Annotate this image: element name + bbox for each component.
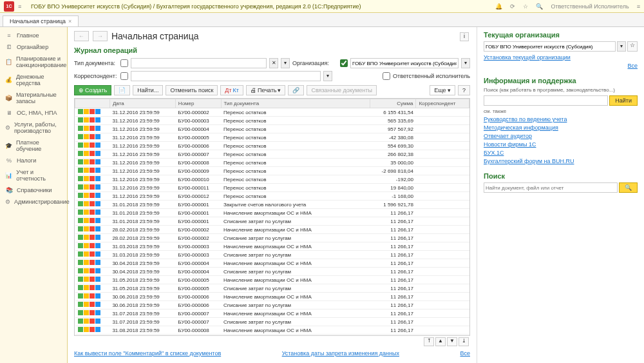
sidebar-item[interactable]: 🎓Платное обучение: [0, 137, 67, 155]
sidebar-item[interactable]: 🖥ОС, НМА, НПА: [0, 107, 67, 119]
link-button[interactable]: 🔗: [288, 85, 304, 95]
table-row[interactable]: 31.05.2018 23:59:59БУ00-000005Начисление…: [75, 276, 469, 284]
support-link[interactable]: Методическая информация: [484, 124, 638, 131]
search-icon[interactable]: 🔍: [536, 3, 543, 10]
close-icon[interactable]: ×: [68, 18, 71, 25]
star-icon[interactable]: ☆: [627, 41, 638, 52]
bell-icon[interactable]: 🔔: [495, 3, 502, 10]
cancel-find-button[interactable]: Отменить поиск: [166, 85, 218, 95]
column-header[interactable]: Номер: [175, 99, 221, 108]
set-org-link[interactable]: Установка текущей организации: [484, 54, 638, 61]
org-check[interactable]: [340, 59, 348, 67]
sidebar-item[interactable]: %Налоги: [0, 155, 67, 166]
sidebar-item[interactable]: 📊Учет и отчетность: [0, 166, 67, 184]
org-input[interactable]: [350, 58, 459, 68]
corr-input[interactable]: [131, 71, 321, 81]
sidebar-item[interactable]: 📚Справочники: [0, 184, 67, 196]
dropdown-icon[interactable]: ▾: [323, 71, 332, 81]
table-row[interactable]: 31.12.2016 23:59:59БУ00-000008Перенос ос…: [75, 159, 469, 167]
table-row[interactable]: 31.08.2018 23:59:59БУ00-000008Начисление…: [75, 326, 469, 335]
create-button[interactable]: ⊕ Создать: [74, 85, 111, 95]
table-row[interactable]: 28.02.2018 23:59:59БУ00-000002Начисление…: [75, 226, 469, 234]
support-link[interactable]: Бухгалтерский форум на BUH.RU: [484, 158, 638, 164]
table-row[interactable]: 31.12.2016 23:59:59БУ00-000009Перенос ос…: [75, 167, 469, 175]
scroll-up[interactable]: ▲: [435, 337, 446, 346]
search-icon[interactable]: 🔍: [619, 182, 638, 193]
nav-fwd[interactable]: →: [93, 31, 108, 41]
table-row[interactable]: 31.05.2018 23:59:59БУ00-000005Списание з…: [75, 284, 469, 293]
table-row[interactable]: 31.12.2016 23:59:59БУ00-000006Перенос ос…: [75, 142, 469, 150]
doctype-check[interactable]: [120, 59, 128, 67]
table-row[interactable]: 31.07.2018 23:59:59БУ00-000007Списание з…: [75, 318, 469, 326]
table-row[interactable]: 31.12.2016 23:59:59БУ00-000003Перенос ос…: [75, 117, 469, 125]
table-row[interactable]: 31.12.2016 23:59:59БУ00-000012Перенос ос…: [75, 192, 469, 201]
dt-button[interactable]: ДтКт: [220, 85, 243, 95]
info-button[interactable]: i: [460, 32, 469, 41]
help-button[interactable]: ?: [458, 85, 470, 95]
copy-button[interactable]: 📄: [114, 85, 130, 95]
table-row[interactable]: 30.04.2018 23:59:59БУ00-000004Начисление…: [75, 259, 469, 268]
dropdown-icon[interactable]: ▾: [281, 58, 290, 68]
support-link[interactable]: Новости фирмы 1С: [484, 141, 638, 148]
find-button[interactable]: Найти...: [133, 85, 163, 95]
support-link[interactable]: Руководство по ведению учета: [484, 116, 638, 123]
table-row[interactable]: 31.12.2016 23:59:59БУ00-000004Перенос ос…: [75, 125, 469, 133]
column-header[interactable]: Корреспондент: [416, 99, 469, 108]
table-row[interactable]: 31.03.2018 23:59:59БУ00-000003Списание з…: [75, 251, 469, 259]
global-search-input[interactable]: [484, 182, 618, 193]
table-row[interactable]: 31.12.2016 23:59:59БУ00-000002Перенос ос…: [75, 108, 469, 117]
sidebar-item[interactable]: 📦Материальные запасы: [0, 89, 67, 107]
table-row[interactable]: 31.12.2016 23:59:59БУ00-000005Перенос ос…: [75, 133, 469, 142]
sidebar-item[interactable]: ⚙Услуги, работы, производство: [0, 119, 67, 137]
current-org-input[interactable]: [484, 41, 616, 52]
history-icon[interactable]: ⟳: [510, 3, 515, 10]
help-link-date[interactable]: Установка даты запрета изменения данных: [282, 350, 399, 357]
scroll-down[interactable]: ▼: [447, 337, 457, 346]
settings-icon[interactable]: ≡: [637, 3, 640, 10]
clear-icon[interactable]: ✕: [269, 58, 278, 68]
related-button[interactable]: Связанные документы: [307, 85, 377, 95]
user-label[interactable]: Ответственный Исполнитель: [551, 3, 629, 10]
scroll-top[interactable]: ⤒: [424, 337, 434, 346]
burger-icon[interactable]: ≡: [18, 3, 27, 10]
dropdown-icon[interactable]: ▾: [461, 58, 470, 68]
sidebar-item[interactable]: 🗓Органайзер: [0, 41, 67, 53]
all-link[interactable]: Все: [484, 63, 638, 69]
dropdown-icon[interactable]: ▾: [617, 41, 626, 52]
sidebar-item[interactable]: ≡Главное: [0, 30, 67, 41]
star-icon[interactable]: ☆: [523, 3, 528, 10]
table-row[interactable]: 31.12.2016 23:59:59БУ00-000010Перенос ос…: [75, 175, 469, 184]
info-search-input[interactable]: [484, 95, 608, 106]
support-link[interactable]: Отвечает аудитор: [484, 133, 638, 139]
table-row[interactable]: 30.06.2018 23:59:59БУ00-000006Начисление…: [75, 293, 469, 301]
sidebar-item[interactable]: ⚙Администрирование: [0, 196, 67, 208]
column-header[interactable]: Сумма: [370, 99, 416, 108]
sidebar-item[interactable]: 📋Планирование и санкционирование: [0, 53, 67, 71]
support-link[interactable]: БУХ.1С: [484, 150, 638, 156]
column-header[interactable]: [75, 99, 110, 108]
nav-back[interactable]: ←: [74, 31, 89, 41]
more-button[interactable]: Еще ▾: [430, 85, 455, 95]
table-row[interactable]: 28.02.2018 23:59:59БУ00-000002Списание з…: [75, 234, 469, 242]
print-button[interactable]: 🖨 Печать ▾: [246, 85, 285, 95]
table-row[interactable]: 31.03.2018 23:59:59БУ00-000003Начисление…: [75, 242, 469, 251]
sidebar-item[interactable]: 💰Денежные средства: [0, 71, 67, 89]
corr-check[interactable]: [120, 72, 128, 80]
all-link[interactable]: Все: [460, 350, 470, 357]
table-row[interactable]: 31.01.2018 23:59:59БУ00-000001Списание з…: [75, 217, 469, 226]
tab-home[interactable]: Начальная страница ×: [3, 15, 79, 26]
table-row[interactable]: 31.07.2018 23:59:59БУ00-000007Начисление…: [75, 309, 469, 318]
table-row[interactable]: 30.04.2018 23:59:59БУ00-000004Списание з…: [75, 268, 469, 276]
table-row[interactable]: 31.12.2016 23:59:59БУ00-000007Перенос ос…: [75, 150, 469, 159]
journal-table[interactable]: ДатаНомерТип документаСуммаКорреспондент…: [74, 98, 470, 336]
column-header[interactable]: Тип документа: [221, 99, 370, 108]
table-row[interactable]: 31.12.2016 23:59:59БУ00-000011Перенос ос…: [75, 184, 469, 192]
column-header[interactable]: Дата: [109, 99, 175, 108]
find-button[interactable]: Найти: [609, 95, 638, 106]
table-row[interactable]: 31.01.2018 23:59:59БУ00-000001Закрытие с…: [75, 201, 469, 209]
table-row[interactable]: 30.06.2018 23:59:59БУ00-000006Списание з…: [75, 301, 469, 309]
help-link-comment[interactable]: Как вывести поле "Комментарий" в списке …: [74, 350, 221, 357]
scroll-bottom[interactable]: ⤓: [459, 337, 469, 346]
resp-check[interactable]: [383, 72, 390, 80]
table-row[interactable]: 31.01.2018 23:59:59БУ00-000001Начисление…: [75, 209, 469, 217]
